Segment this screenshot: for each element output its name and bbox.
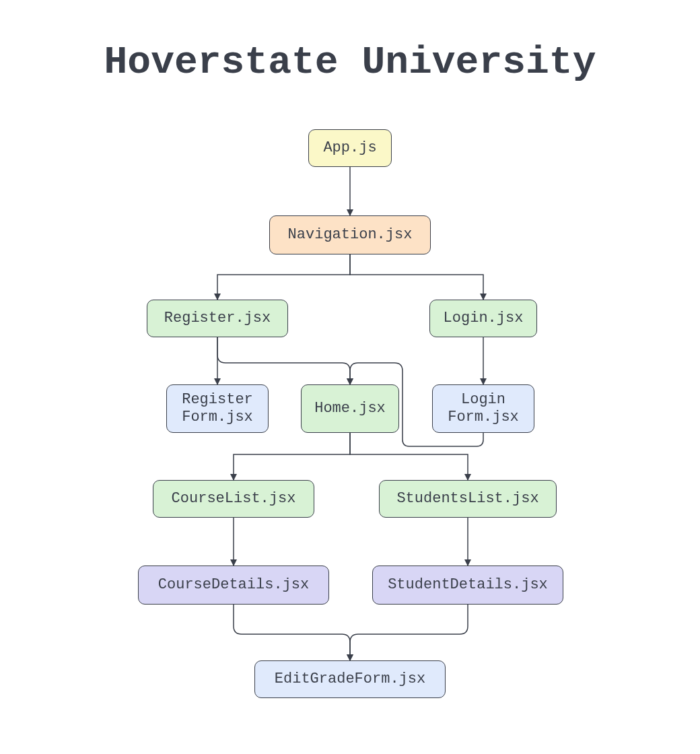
node-label: Home.jsx (314, 400, 386, 417)
node-navigation: Navigation.jsx (269, 215, 431, 254)
node-student-details: StudentDetails.jsx (372, 566, 563, 605)
node-app: App.js (308, 129, 392, 167)
node-label: Login.jsx (444, 310, 524, 327)
edges-layer (0, 0, 700, 754)
node-register-form: Register Form.jsx (166, 384, 269, 433)
node-edit-grade-form: EditGradeForm.jsx (254, 660, 446, 698)
edge-navigation-login (350, 254, 483, 300)
edge-register-home (217, 337, 350, 384)
edge-navigation-register (217, 254, 350, 300)
edge-coursedetails-editgradeform (234, 605, 350, 660)
node-label: App.js (323, 139, 376, 157)
node-label: Register Form.jsx (182, 391, 253, 427)
node-label: CourseDetails.jsx (158, 576, 309, 594)
node-label: CourseList.jsx (172, 490, 296, 508)
page-title: Hoverstate University (0, 40, 700, 84)
node-home: Home.jsx (301, 384, 399, 433)
node-label: StudentsList.jsx (396, 490, 538, 508)
node-login-form: Login Form.jsx (432, 384, 534, 433)
node-label: StudentDetails.jsx (388, 576, 548, 594)
edge-studentdetails-editgradeform (350, 605, 468, 660)
node-students-list: StudentsList.jsx (379, 480, 557, 518)
node-label: Navigation.jsx (288, 226, 413, 244)
node-label: Register.jsx (164, 310, 271, 327)
diagram-canvas: Hoverstate University (0, 0, 700, 754)
node-label: Login Form.jsx (448, 391, 519, 427)
edge-home-courselist (234, 433, 350, 480)
node-course-details: CourseDetails.jsx (138, 566, 329, 605)
node-course-list: CourseList.jsx (153, 480, 314, 518)
node-register: Register.jsx (147, 300, 288, 337)
edge-home-studentslist (350, 433, 468, 480)
node-login: Login.jsx (429, 300, 537, 337)
node-label: EditGradeForm.jsx (275, 671, 425, 688)
